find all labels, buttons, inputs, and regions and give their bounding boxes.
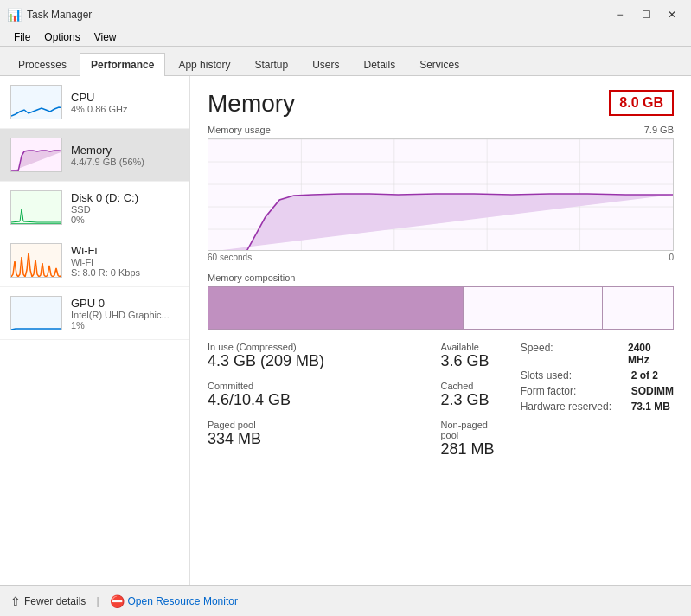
chart-label-text: Memory usage bbox=[208, 125, 271, 135]
sidebar-item-memory[interactable]: Memory 4.4/7.9 GB (56%) bbox=[0, 129, 189, 182]
resource-monitor-icon: ⛔ bbox=[110, 594, 125, 608]
window-controls: − ☐ ✕ bbox=[608, 4, 684, 25]
nonpaged-label: Non-paged pool bbox=[441, 420, 503, 440]
committed-value: 4.6/10.4 GB bbox=[208, 391, 441, 409]
chart-time-right: 0 bbox=[669, 253, 674, 262]
cpu-title: CPU bbox=[71, 91, 179, 104]
spec-slots: Slots used: 2 of 2 bbox=[521, 369, 674, 382]
memory-usage-chart bbox=[208, 138, 674, 251]
disk-sub1: SSD bbox=[71, 204, 179, 215]
gpu-sub1: Intel(R) UHD Graphic... bbox=[71, 310, 179, 320]
spec-form: Form factor: SODIMM bbox=[521, 385, 674, 397]
tab-details[interactable]: Details bbox=[352, 53, 406, 76]
memory-mini-chart bbox=[10, 138, 62, 172]
hardware-label: Hardware reserved: bbox=[521, 401, 624, 413]
main-content: CPU 4% 0.86 GHz Memory 4.4/7.9 GB (56%) bbox=[0, 76, 691, 585]
composition-bar bbox=[208, 286, 674, 330]
wifi-mini-chart bbox=[10, 243, 62, 278]
detail-panel: Memory 8.0 GB Memory usage 7.9 GB bbox=[190, 76, 691, 585]
open-resource-monitor-button[interactable]: ⛔ Open Resource Monitor bbox=[110, 594, 238, 608]
stats-grid: In use (Compressed) 4.3 GB (209 MB) Comm… bbox=[208, 342, 674, 469]
menu-options[interactable]: Options bbox=[37, 29, 86, 45]
menu-file[interactable]: File bbox=[7, 29, 37, 45]
disk-info: Disk 0 (D: C:) SSD 0% bbox=[71, 191, 179, 225]
chart-time-row: 60 seconds 0 bbox=[208, 253, 674, 262]
in-use-value: 4.3 GB (209 MB) bbox=[208, 352, 441, 370]
menu-view[interactable]: View bbox=[87, 29, 124, 45]
disk-mini-chart bbox=[10, 190, 62, 225]
chart-max-label: 7.9 GB bbox=[644, 125, 674, 135]
wifi-info: Wi-Fi Wi-Fi S: 8.0 R: 0 Kbps bbox=[71, 244, 179, 278]
comp-standby bbox=[487, 287, 603, 329]
title-bar: 📊 Task Manager − ☐ ✕ bbox=[0, 0, 691, 28]
maximize-button[interactable]: ☐ bbox=[634, 4, 658, 25]
menu-bar: File Options View bbox=[0, 28, 691, 47]
footer-divider: | bbox=[96, 595, 99, 607]
tab-processes[interactable]: Processes bbox=[7, 53, 78, 76]
fewer-details-button[interactable]: ⇧ Fewer details bbox=[10, 594, 86, 608]
chart-time-left: 60 seconds bbox=[208, 253, 252, 262]
stats-right-container: Available 3.6 GB Cached 2.3 GB Non-paged… bbox=[441, 342, 675, 469]
nonpaged-value: 281 MB bbox=[441, 440, 503, 459]
tab-startup[interactable]: Startup bbox=[243, 53, 299, 76]
detail-title: Memory bbox=[208, 90, 295, 118]
stat-cached: Cached 2.3 GB bbox=[441, 381, 503, 409]
speed-value: 2400 MHz bbox=[628, 342, 674, 366]
memory-title: Memory bbox=[71, 144, 179, 157]
stat-paged: Paged pool 334 MB bbox=[208, 420, 441, 448]
fewer-details-label: Fewer details bbox=[24, 595, 86, 607]
in-use-label: In use (Compressed) bbox=[208, 342, 441, 352]
memory-sub: 4.4/7.9 GB (56%) bbox=[71, 157, 179, 167]
gpu-title: GPU 0 bbox=[71, 297, 179, 310]
cached-value: 2.3 GB bbox=[441, 391, 503, 409]
composition-label: Memory composition bbox=[208, 273, 674, 283]
wifi-title: Wi-Fi bbox=[71, 244, 179, 257]
gpu-mini-chart bbox=[10, 296, 62, 330]
chart-label-row: Memory usage 7.9 GB bbox=[208, 125, 674, 135]
hardware-value: 73.1 MB bbox=[631, 401, 670, 413]
speed-label: Speed: bbox=[521, 342, 621, 366]
sidebar-item-gpu[interactable]: GPU 0 Intel(R) UHD Graphic... 1% bbox=[0, 287, 189, 340]
paged-value: 334 MB bbox=[208, 430, 441, 448]
disk-title: Disk 0 (D: C:) bbox=[71, 191, 179, 204]
comp-free bbox=[603, 287, 673, 329]
close-button[interactable]: ✕ bbox=[660, 4, 684, 25]
sidebar-item-wifi[interactable]: Wi-Fi Wi-Fi S: 8.0 R: 0 Kbps bbox=[0, 234, 189, 287]
paged-label: Paged pool bbox=[208, 420, 441, 430]
tab-services[interactable]: Services bbox=[408, 53, 470, 76]
wifi-sub1: Wi-Fi bbox=[71, 257, 179, 267]
stat-nonpaged: Non-paged pool 281 MB bbox=[441, 420, 503, 459]
form-label: Form factor: bbox=[521, 385, 624, 397]
comp-in-use bbox=[208, 287, 464, 329]
form-value: SODIMM bbox=[631, 385, 674, 397]
spec-speed: Speed: 2400 MHz bbox=[521, 342, 674, 366]
sidebar-item-disk[interactable]: Disk 0 (D: C:) SSD 0% bbox=[0, 182, 189, 234]
stats-left: In use (Compressed) 4.3 GB (209 MB) Comm… bbox=[208, 342, 441, 469]
detail-header: Memory 8.0 GB bbox=[208, 90, 674, 118]
footer: ⇧ Fewer details | ⛔ Open Resource Monito… bbox=[0, 585, 691, 616]
slots-label: Slots used: bbox=[521, 369, 624, 382]
available-label: Available bbox=[441, 342, 503, 352]
memory-total-badge: 8.0 GB bbox=[609, 90, 674, 116]
cpu-sub: 4% 0.86 GHz bbox=[71, 104, 179, 114]
open-resource-label: Open Resource Monitor bbox=[128, 595, 238, 607]
tab-app-history[interactable]: App history bbox=[167, 53, 241, 76]
tab-bar: Processes Performance App history Startu… bbox=[0, 47, 691, 76]
disk-sub2: 0% bbox=[71, 215, 179, 225]
minimize-button[interactable]: − bbox=[608, 4, 632, 25]
spec-hardware: Hardware reserved: 73.1 MB bbox=[521, 401, 674, 413]
cached-label: Cached bbox=[441, 381, 503, 391]
memory-info: Memory 4.4/7.9 GB (56%) bbox=[71, 144, 179, 167]
sidebar-item-cpu[interactable]: CPU 4% 0.86 GHz bbox=[0, 76, 189, 129]
tab-performance[interactable]: Performance bbox=[80, 53, 165, 76]
tab-users[interactable]: Users bbox=[301, 53, 350, 76]
gpu-info: GPU 0 Intel(R) UHD Graphic... 1% bbox=[71, 297, 179, 330]
composition-section: Memory composition bbox=[208, 273, 674, 330]
slots-value: 2 of 2 bbox=[631, 369, 658, 382]
stat-in-use: In use (Compressed) 4.3 GB (209 MB) bbox=[208, 342, 441, 370]
gpu-sub2: 1% bbox=[71, 320, 179, 330]
comp-modified bbox=[464, 287, 487, 329]
stat-available: Available 3.6 GB bbox=[441, 342, 503, 370]
chevron-up-icon: ⇧ bbox=[10, 594, 21, 608]
cpu-info: CPU 4% 0.86 GHz bbox=[71, 91, 179, 114]
